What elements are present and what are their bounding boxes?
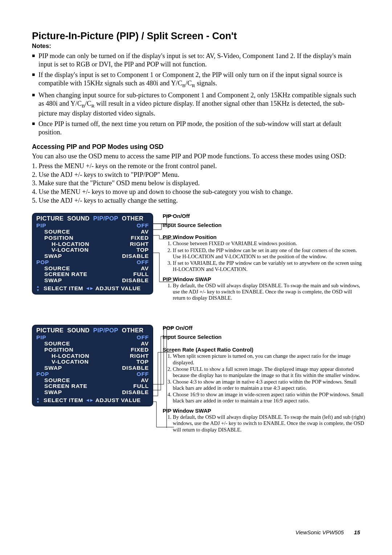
tab-active: PIP/POP [93, 327, 118, 334]
osd-row: SOURCEAV [36, 266, 149, 272]
note-item: Once PIP is turned off, the next time yo… [32, 120, 360, 137]
osd-row: V-LOCATIONTOP [36, 247, 149, 253]
callout-item: When split screen picture is turned on, … [173, 353, 366, 365]
page-footer: ViewSonic VPW505 15 [295, 529, 360, 535]
step: Use the MENU +/- keys to move up and dow… [32, 188, 360, 197]
callout-item: By default, the OSD will always display … [173, 414, 366, 433]
page-title: Picture-In-Picture (PIP) / Split Screen … [32, 31, 360, 42]
osd-row: SCREEN RATEFULL [36, 271, 149, 278]
arrow-vert-icon [36, 286, 41, 291]
callouts: PIP On/Off Input Source Selection PIP Wi… [163, 213, 366, 305]
osd-bar: SELECT ITEM ◄► ADJUST VALUE [36, 285, 149, 292]
osd-row: SWAPDISABLE [36, 365, 149, 371]
osd-row: PIPOFF [36, 223, 149, 229]
bar-left: SELECT ITEM [44, 285, 83, 292]
callout-title: PIP Window Position [163, 234, 366, 240]
callout-item: By default, the OSD will always display … [173, 283, 366, 301]
bar-right: ADJUST VALUE [95, 285, 141, 292]
tab: OTHER [122, 327, 144, 334]
bar-left: SELECT ITEM [44, 397, 83, 404]
callout-item: If set to FIXED, the PIP window can be s… [173, 247, 366, 260]
osd-row: POPOFF [36, 259, 149, 266]
diagram-2: PICTURE SOUND PIP/POP OTHER PIPOFFSOURCE… [32, 325, 360, 441]
step: Press the MENU +/- keys on the remote or… [32, 162, 360, 171]
callout-item: Choose FULL to show a full screen image.… [173, 366, 366, 378]
osd-row: SWAPDISABLE [36, 389, 149, 396]
page: Picture-In-Picture (PIP) / Split Screen … [0, 0, 392, 555]
osd-tabs: PICTURE SOUND PIP/POP OTHER [36, 327, 149, 334]
notes-list: PIP mode can only be turned on if the di… [32, 52, 360, 137]
osd-row: SOURCEAV [36, 229, 149, 235]
arrow-horiz-icon: ◄► [85, 397, 93, 403]
notes-heading: Notes: [32, 42, 360, 50]
osd-row: POSITIONFIXED [36, 235, 149, 241]
osd-panel: PICTURE SOUND PIP/POP OTHER PIPOFFSOURCE… [32, 325, 153, 406]
callout-item: Choose between FIXED or VARIABLE windows… [173, 240, 366, 247]
osd-row: PIPOFF [36, 335, 149, 341]
osd-tabs: PICTURE SOUND PIP/POP OTHER [36, 215, 149, 222]
note-item: When changing input source for sub-pictu… [32, 91, 360, 118]
tab: SOUND [67, 215, 90, 222]
callout-item: If set to VARIABLE, the PIP window can b… [173, 260, 366, 272]
callout-title: POP On/Off [163, 325, 366, 331]
callout-item: Choose 16:9 to show an image in wide-scr… [173, 392, 366, 404]
osd-bar: SELECT ITEM ◄► ADJUST VALUE [36, 397, 149, 404]
arrow-horiz-icon: ◄► [85, 285, 93, 291]
osd-row: SWAPDISABLE [36, 278, 149, 284]
note-item: PIP mode can only be turned on if the di… [32, 52, 360, 69]
osd-row: SOURCEAV [36, 377, 149, 384]
note-item: If the display's input is set to Compone… [32, 71, 360, 89]
callout-title: PIP Window SWAP [163, 276, 366, 282]
access-intro: You can also use the OSD menu to access … [32, 152, 360, 161]
callout-list: By default, the OSD will always display … [163, 414, 366, 433]
osd-row: SWAPDISABLE [36, 253, 149, 259]
osd-panel: PICTURE SOUND PIP/POP OTHER PIPOFFSOURCE… [32, 213, 153, 294]
callout-title: Input Source Selection [163, 222, 366, 228]
osd-row: SCREEN RATEFULL [36, 383, 149, 389]
callout-list: When split screen picture is turned on, … [163, 353, 366, 404]
step: Use the ADJ +/- keys to actually change … [32, 197, 360, 205]
tab: SOUND [67, 327, 90, 334]
callouts: POP On/Off Input Source Selection Screen… [163, 325, 366, 436]
tab-active: PIP/POP [93, 215, 118, 222]
tab: PICTURE [36, 215, 64, 222]
osd-row: H-LOCATIONRIGHT [36, 353, 149, 359]
osd-row: H-LOCATIONRIGHT [36, 241, 149, 247]
bar-right: ADJUST VALUE [95, 397, 141, 404]
callout-title: Screen Rate (Aspect Ratio Control) [163, 347, 366, 353]
callout-title: Input Source Selection [163, 334, 366, 340]
osd-row: POSITIONFIXED [36, 347, 149, 353]
access-steps: Press the MENU +/- keys on the remote or… [32, 162, 360, 205]
step: Use the ADJ +/- keys to switch to "PIP/P… [32, 171, 360, 179]
arrow-vert-icon [36, 398, 41, 403]
tab: OTHER [122, 215, 144, 222]
callout-list: By default, the OSD will always display … [163, 283, 366, 301]
callout-title: PIP Window SWAP [163, 408, 366, 414]
access-heading: Accessing PIP and POP Modes using OSD [32, 143, 360, 151]
osd-row: V-LOCATIONTOP [36, 359, 149, 365]
callout-title: PIP On/Off [163, 213, 366, 219]
tab: PICTURE [36, 327, 64, 334]
callout-item: Choose 4:3 to show an image in native 4:… [173, 379, 366, 391]
callout-list: Choose between FIXED or VARIABLE windows… [163, 240, 366, 272]
page-number: 15 [354, 529, 360, 535]
product-name: ViewSonic VPW505 [295, 529, 344, 535]
osd-row: SOURCEAV [36, 341, 149, 347]
osd-row: POPOFF [36, 371, 149, 377]
diagram-1: PICTURE SOUND PIP/POP OTHER PIPOFFSOURCE… [32, 213, 360, 307]
step: Make sure that the "Picture" OSD menu be… [32, 179, 360, 188]
